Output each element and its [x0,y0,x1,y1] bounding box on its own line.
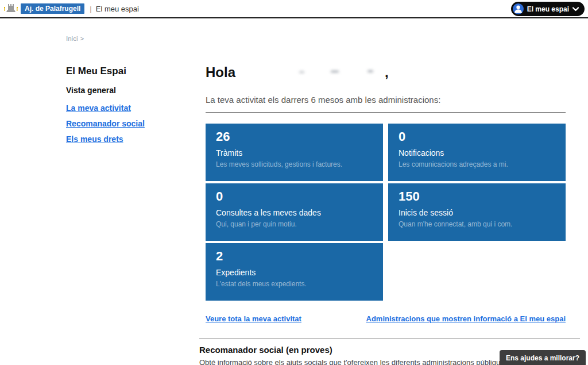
greeting-suffix: , [385,64,389,80]
card-value: 2 [216,249,374,264]
card-value: 26 [216,129,374,144]
card-value: 0 [399,129,556,144]
breadcrumb-home-link[interactable]: Inici [66,35,78,42]
feedback-button[interactable]: Ens ajudes a millorar? [500,350,586,365]
org-badge[interactable]: Aj. de Palafrugell [21,3,84,14]
redacted-user-name [242,66,385,77]
header-app-title: El meu espai [96,5,139,13]
user-menu-button[interactable]: El meu espai [511,2,585,16]
card-consultes[interactable]: 0 Consultes a les meves dades Qui, quan … [206,183,383,241]
card-value: 150 [399,189,556,204]
card-inicis-sessio[interactable]: 150 Inicis de sessió Quan m'he connectat… [388,183,566,241]
card-description: Les comunicacions adreçades a mi. [399,160,556,168]
links-row: Veure tota la meva activitat Administrac… [206,314,566,323]
view-all-activity-link[interactable]: Veure tota la meva activitat [206,314,301,323]
greeting-prefix: Hola [206,64,235,80]
card-description: Les meves sollicituds, gestions i factur… [216,160,374,168]
user-menu-label: El meu espai [527,5,569,13]
sidebar-item-vista-general[interactable]: Vista general [66,86,198,95]
sidebar: El Meu Espai Vista general La meva activ… [66,66,198,150]
activity-cards-grid: 26 Tràmits Les meves sollicituds, gestio… [206,124,566,301]
main-content: Hola, La teva activitat els darrers 6 me… [206,64,566,323]
sidebar-title: El Meu Espai [66,66,198,77]
chevron-down-icon [572,7,579,11]
card-expedients[interactable]: 2 Expedients L'estat dels meus expedient… [206,243,383,301]
card-title: Notificacions [399,148,556,157]
divider-line [199,339,580,339]
card-value: 0 [216,189,374,204]
breadcrumb-separator: > [80,35,84,42]
castle-crest-icon [3,3,18,14]
card-title: Expedients [216,268,374,277]
top-bar: Aj. de Palafrugell | El meu espai El meu… [0,0,588,18]
administrations-info-link[interactable]: Administracions que mostren informació a… [366,314,566,323]
sidebar-item-recomanador-social[interactable]: Recomanador social [66,119,198,128]
sidebar-item-la-meva-activitat[interactable]: La meva activitat [66,103,198,113]
card-description: Quan m'he connectat, amb qui i com. [399,220,556,228]
card-description: L'estat dels meus expedients. [216,280,374,288]
activity-subtitle: La teva activitat els darrers 6 mesos am… [206,95,566,105]
card-tramits[interactable]: 26 Tràmits Les meves sollicituds, gestio… [206,124,383,181]
card-title: Consultes a les meves dades [216,208,374,217]
card-title: Tràmits [216,148,374,157]
card-description: Qui, quan i per quin motiu. [216,220,374,228]
sidebar-item-els-meus-drets[interactable]: Els meus drets [66,135,198,144]
header-divider: | [90,5,91,13]
card-title: Inicis de sessió [399,208,556,217]
page-title: Hola, [206,64,566,80]
divider-line [206,112,566,113]
card-notificacions[interactable]: 0 Notificacions Les comunicacions adreça… [388,124,566,181]
user-avatar-icon [513,3,524,14]
breadcrumb: Inici> [66,35,84,42]
